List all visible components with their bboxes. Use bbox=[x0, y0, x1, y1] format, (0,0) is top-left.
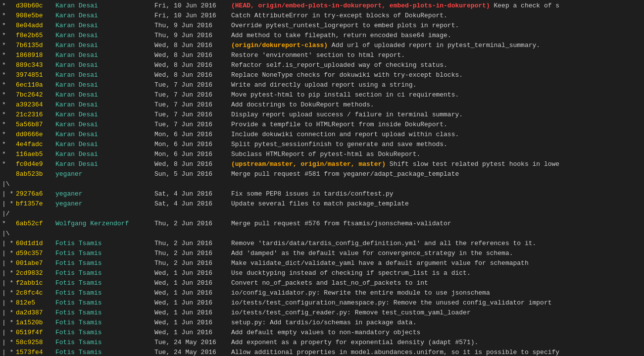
commit-author: Karan Desai bbox=[55, 11, 154, 21]
commit-message: Override pytest_runtest_logreport to emb… bbox=[231, 21, 642, 31]
commit-hash[interactable]: 889c343 bbox=[16, 60, 55, 70]
commit-author: Karan Desai bbox=[55, 51, 154, 60]
commit-hash[interactable]: 29276a6 bbox=[16, 189, 55, 199]
commit-author: Karan Desai bbox=[55, 70, 154, 80]
commit-author: Fotis Tsamis bbox=[55, 278, 154, 288]
commit-date: Thu, 2 Jun 2016 bbox=[154, 219, 231, 229]
log-line: *3974851Karan DesaiWed, 8 Jun 2016Replac… bbox=[0, 70, 644, 80]
commit-message: (origin/dokureport-class) Add url of upl… bbox=[231, 41, 642, 51]
commit-author: Fotis Tsamis bbox=[55, 268, 154, 278]
graph-symbol: * bbox=[2, 11, 16, 21]
commit-message: Restore 'environment' section to html re… bbox=[231, 51, 642, 60]
commit-hash[interactable]: 2cd9832 bbox=[16, 268, 55, 278]
commit-hash[interactable]: 812e5 bbox=[16, 298, 55, 308]
commit-date: Thu, 2 Jun 2016 bbox=[154, 258, 231, 268]
commit-message: Merge pull request #576 from ftsamis/jso… bbox=[231, 219, 642, 229]
commit-message: io/tests/test_config_reader.py: Remove t… bbox=[231, 308, 642, 318]
commit-date: Tue, 7 Jun 2016 bbox=[154, 120, 231, 130]
log-line: | *001abe7Fotis TsamisThu, 2 Jun 2016Mak… bbox=[0, 258, 644, 268]
graph-symbol: | * bbox=[2, 258, 16, 268]
graph-symbol: * bbox=[2, 70, 16, 80]
commit-message: setup.py: Add tardis/io/schemas in packa… bbox=[231, 318, 642, 328]
commit-message: Provide a tempfile to HTMLReport from in… bbox=[231, 120, 642, 130]
commit-message: Allow additional properties in model.abu… bbox=[231, 348, 642, 356]
commit-hash[interactable]: 6ab52cf bbox=[16, 219, 55, 229]
log-line: |/ bbox=[0, 209, 644, 219]
commit-hash[interactable]: 1a1520b bbox=[16, 318, 55, 328]
commit-author: Karan Desai bbox=[55, 120, 154, 130]
commit-message: (HEAD, origin/embed-plots-in-dokureport,… bbox=[231, 1, 642, 11]
commit-author: Wolfgang Kerzendorf bbox=[55, 219, 154, 229]
commit-hash[interactable]: 58c9258 bbox=[16, 338, 55, 348]
commit-date: Mon, 6 Jun 2016 bbox=[154, 150, 231, 159]
commit-author: yeganer bbox=[55, 189, 154, 199]
graph-symbol: | * bbox=[2, 348, 16, 356]
graph-symbol: * bbox=[2, 150, 16, 159]
graph-symbol: * bbox=[2, 31, 16, 41]
log-line: *889c343Karan DesaiWed, 8 Jun 2016Refact… bbox=[0, 60, 644, 70]
commit-message: Remove 'tardis/data/tardis_config_defini… bbox=[231, 239, 642, 249]
commit-author: Karan Desai bbox=[55, 80, 154, 90]
commit-message: Convert no_of_packets and last_no_of_pac… bbox=[231, 278, 642, 288]
commit-hash[interactable]: d30b60c bbox=[16, 1, 55, 11]
commit-hash[interactable]: a392364 bbox=[16, 100, 55, 110]
commit-hash[interactable]: 5a56b87 bbox=[16, 120, 55, 130]
commit-hash[interactable]: 8e04add bbox=[16, 21, 55, 31]
commit-message: Split pytest_sessionfinish to generate a… bbox=[231, 140, 642, 150]
commit-date: Wed, 1 Jun 2016 bbox=[154, 298, 231, 308]
commit-hash[interactable]: da2d387 bbox=[16, 308, 55, 318]
commit-hash[interactable]: 116aeb5 bbox=[16, 150, 55, 159]
log-line: *f8e2b65Karan DesaiThu, 9 Jun 2016Add me… bbox=[0, 31, 644, 41]
log-line: *4e4fadcKaran DesaiMon, 6 Jun 2016Split … bbox=[0, 140, 644, 150]
commit-author: Karan Desai bbox=[55, 150, 154, 159]
log-line: *6ab52cfWolfgang KerzendorfThu, 2 Jun 20… bbox=[0, 219, 644, 229]
commit-hash[interactable]: bf1357e bbox=[16, 199, 55, 209]
commit-hash[interactable]: 0519f4f bbox=[16, 328, 55, 338]
graph-symbol: |\ bbox=[2, 179, 16, 189]
graph-symbol: | * bbox=[2, 278, 16, 288]
log-line: *a392364Karan DesaiTue, 7 Jun 2016Add do… bbox=[0, 100, 644, 110]
commit-hash[interactable]: 21c2316 bbox=[16, 110, 55, 120]
commit-hash[interactable]: 6ec110a bbox=[16, 80, 55, 90]
commit-hash[interactable]: 1573fe4 bbox=[16, 348, 55, 356]
commit-hash[interactable]: 3974851 bbox=[16, 70, 55, 80]
commit-hash[interactable]: dd0666e bbox=[16, 130, 55, 140]
graph-symbol: * bbox=[2, 130, 16, 140]
commit-hash[interactable]: 4e4fadc bbox=[16, 140, 55, 150]
commit-hash[interactable]: 001abe7 bbox=[16, 258, 55, 268]
commit-author: Karan Desai bbox=[55, 60, 154, 70]
commit-hash[interactable]: 60d1d1d bbox=[16, 239, 55, 249]
commit-message: Add default empty values to non-mandator… bbox=[231, 328, 642, 338]
commit-hash[interactable]: d59c357 bbox=[16, 249, 55, 258]
commit-hash[interactable]: f8e2b65 bbox=[16, 31, 55, 41]
commit-hash[interactable]: f2abb1c bbox=[16, 278, 55, 288]
commit-author: Fotis Tsamis bbox=[55, 308, 154, 318]
commit-hash[interactable]: 1868918 bbox=[16, 51, 55, 60]
commit-date: Sat, 4 Jun 2016 bbox=[154, 199, 231, 209]
commit-refs: (origin/dokureport-class) bbox=[231, 42, 328, 49]
graph-symbol: | * bbox=[2, 268, 16, 278]
commit-author: Fotis Tsamis bbox=[55, 318, 154, 328]
commit-hash[interactable]: 908e5be bbox=[16, 11, 55, 21]
graph-symbol: | * bbox=[2, 318, 16, 328]
graph-symbol: * bbox=[2, 60, 16, 70]
commit-hash[interactable]: fc0d4e9 bbox=[16, 159, 55, 169]
commit-hash[interactable]: 8ab523b bbox=[16, 169, 55, 179]
commit-author: Fotis Tsamis bbox=[55, 348, 154, 356]
commit-hash[interactable]: 2c8fc4c bbox=[16, 288, 55, 298]
commit-message: Make validate_dict/validate_yaml have a … bbox=[231, 258, 642, 268]
log-line: | *1573fe4Fotis TsamisTue, 24 May 2016Al… bbox=[0, 348, 644, 356]
commit-author: Fotis Tsamis bbox=[55, 298, 154, 308]
commit-author: Karan Desai bbox=[55, 31, 154, 41]
log-line: *6ec110aKaran DesaiTue, 7 Jun 2016Write … bbox=[0, 80, 644, 90]
commit-date: Wed, 1 Jun 2016 bbox=[154, 288, 231, 298]
commit-author: Fotis Tsamis bbox=[55, 338, 154, 348]
commit-date: Fri, 10 Jun 2016 bbox=[154, 1, 231, 11]
commit-hash[interactable]: 7b6135d bbox=[16, 41, 55, 51]
commit-refs: (HEAD, origin/embed-plots-in-dokureport,… bbox=[231, 2, 490, 9]
commit-author: Karan Desai bbox=[55, 1, 154, 11]
log-line: | *1a1520bFotis TsamisWed, 1 Jun 2016set… bbox=[0, 318, 644, 328]
commit-hash[interactable]: 7bc2642 bbox=[16, 90, 55, 100]
commit-date: Mon, 6 Jun 2016 bbox=[154, 130, 231, 140]
commit-message: Merge pull request #581 from yeganer/ada… bbox=[231, 169, 642, 179]
